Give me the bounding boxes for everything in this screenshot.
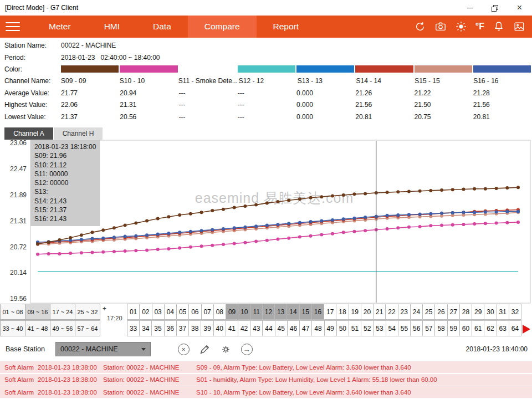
channel-button-01[interactable]: 01	[127, 304, 140, 320]
channel-button-16[interactable]: 16	[311, 304, 324, 320]
channel-button-25[interactable]: 25	[422, 304, 435, 320]
channel-button-26[interactable]: 26	[434, 304, 447, 320]
channel-button-56[interactable]: 56	[410, 320, 423, 336]
channel-button-28[interactable]: 28	[459, 304, 472, 320]
hamburger-menu-icon[interactable]	[6, 22, 20, 32]
channel-button-11[interactable]: 11	[250, 304, 263, 320]
channel-button-62[interactable]: 62	[484, 320, 497, 336]
channel-button-04[interactable]: 04	[164, 304, 177, 320]
brightness-icon[interactable]	[455, 21, 467, 33]
channel-button-15[interactable]: 15	[299, 304, 312, 320]
channel-button-02[interactable]: 02	[139, 304, 152, 320]
channel-button-18[interactable]: 18	[336, 304, 349, 320]
minimize-button[interactable]	[457, 0, 482, 16]
nav-item-meter[interactable]: Meter	[32, 16, 88, 38]
tab-channel-h[interactable]: Channel H	[54, 127, 103, 140]
restore-button[interactable]	[482, 0, 507, 16]
channel-group-33~40[interactable]: 33 ~ 40	[0, 320, 25, 336]
alarm-bell-icon[interactable]	[493, 21, 505, 33]
channel-button-13[interactable]: 13	[274, 304, 287, 320]
channel-button-31[interactable]: 31	[497, 304, 509, 320]
channel-button-36[interactable]: 36	[164, 320, 177, 336]
channel-group-01~08[interactable]: 01 ~ 08	[0, 304, 25, 320]
channel-button-61[interactable]: 61	[472, 320, 484, 336]
channel-button-07[interactable]: 07	[201, 304, 214, 320]
nav-item-compare[interactable]: Compare	[188, 16, 257, 38]
channel-button-40[interactable]: 40	[213, 320, 226, 336]
channel-group-25~32[interactable]: 25 ~ 32	[75, 304, 100, 320]
channel-button-05[interactable]: 05	[176, 304, 189, 320]
channel-group-41~48[interactable]: 41 ~ 48	[25, 320, 50, 336]
channel-button-49[interactable]: 49	[324, 320, 337, 336]
channel-button-53[interactable]: 53	[373, 320, 386, 336]
channel-button-27[interactable]: 27	[447, 304, 460, 320]
settings-button[interactable]	[218, 342, 233, 356]
channel-group-57~64[interactable]: 57 ~ 64	[75, 320, 100, 336]
channel-button-23[interactable]: 23	[398, 304, 411, 320]
channel-button-63[interactable]: 63	[497, 320, 509, 336]
alarm-row[interactable]: Soft Alarm2018-01-23 18:38:00Station: 00…	[0, 361, 532, 373]
channel-button-08[interactable]: 08	[213, 304, 226, 320]
trend-chart[interactable]: 23.0622.4721.8921.3120.7220.1419.56easem…	[0, 140, 532, 304]
edit-button[interactable]	[197, 342, 212, 356]
channel-button-32[interactable]: 32	[509, 304, 521, 320]
channel-button-39[interactable]: 39	[201, 320, 213, 336]
channel-button-44[interactable]: 44	[262, 320, 275, 336]
channel-button-22[interactable]: 22	[385, 304, 398, 320]
channel-button-35[interactable]: 35	[151, 320, 164, 336]
nav-item-data[interactable]: Data	[136, 16, 188, 38]
nav-item-report[interactable]: Report	[257, 16, 316, 38]
sync-icon[interactable]	[414, 21, 426, 33]
channel-button-21[interactable]: 21	[373, 304, 386, 320]
channel-button-41[interactable]: 41	[226, 320, 238, 336]
camera-icon[interactable]	[434, 21, 447, 33]
channel-button-37[interactable]: 37	[176, 320, 189, 336]
channel-button-24[interactable]: 24	[410, 304, 423, 320]
channel-button-51[interactable]: 51	[349, 320, 361, 336]
channel-button-33[interactable]: 33	[127, 320, 140, 336]
channel-button-48[interactable]: 48	[311, 320, 324, 336]
channel-group-09~16[interactable]: 09 ~ 16	[25, 304, 50, 320]
channel-button-29[interactable]: 29	[472, 304, 484, 320]
channel-button-50[interactable]: 50	[336, 320, 349, 336]
channel-button-10[interactable]: 10	[238, 304, 250, 320]
channel-button-12[interactable]: 12	[262, 304, 275, 320]
channel-button-38[interactable]: 38	[188, 320, 201, 336]
channel-button-64[interactable]: 64	[509, 320, 521, 336]
channel-button-57[interactable]: 57	[422, 320, 435, 336]
channel-button-14[interactable]: 14	[287, 304, 299, 320]
channel-button-54[interactable]: 54	[386, 320, 398, 336]
channel-button-17[interactable]: 17	[324, 304, 336, 320]
channel-button-52[interactable]: 52	[361, 320, 374, 336]
channel-button-30[interactable]: 30	[484, 304, 497, 320]
image-export-icon[interactable]	[513, 21, 525, 33]
channel-button-03[interactable]: 03	[152, 304, 165, 320]
alarm-row[interactable]: Soft Alarm2018-01-23 18:38:00Station: 00…	[0, 386, 532, 398]
channel-button-45[interactable]: 45	[275, 320, 288, 336]
channel-button-46[interactable]: 46	[287, 320, 300, 336]
channel-button-60[interactable]: 60	[459, 320, 472, 336]
channel-button-34[interactable]: 34	[139, 320, 152, 336]
channel-button-42[interactable]: 42	[238, 320, 250, 336]
channel-button-20[interactable]: 20	[361, 304, 374, 320]
data-point	[396, 190, 400, 193]
tab-channel-a[interactable]: Channel A	[4, 127, 53, 140]
close-button[interactable]: ×	[507, 0, 532, 16]
go-button[interactable]: →	[239, 342, 254, 356]
channel-button-19[interactable]: 19	[349, 304, 361, 320]
base-station-select[interactable]: 00022 - MACHINE	[55, 342, 151, 356]
clear-button[interactable]: ×	[176, 342, 191, 356]
nav-item-hmi[interactable]: HMI	[88, 16, 136, 38]
channel-group-17~24[interactable]: 17 ~ 24	[50, 304, 75, 320]
fahrenheit-toggle[interactable]: °F	[475, 22, 484, 32]
next-page-arrow[interactable]	[523, 325, 530, 334]
channel-button-43[interactable]: 43	[250, 320, 263, 336]
channel-button-55[interactable]: 55	[398, 320, 411, 336]
channel-button-58[interactable]: 58	[434, 320, 447, 336]
channel-group-49~56[interactable]: 49 ~ 56	[50, 320, 75, 336]
alarm-row[interactable]: Soft Alarm2018-01-23 18:38:00Station: 00…	[0, 374, 532, 386]
channel-button-59[interactable]: 59	[447, 320, 460, 336]
channel-button-09[interactable]: 09	[226, 304, 238, 320]
channel-button-06[interactable]: 06	[188, 304, 201, 320]
channel-button-47[interactable]: 47	[299, 320, 312, 336]
